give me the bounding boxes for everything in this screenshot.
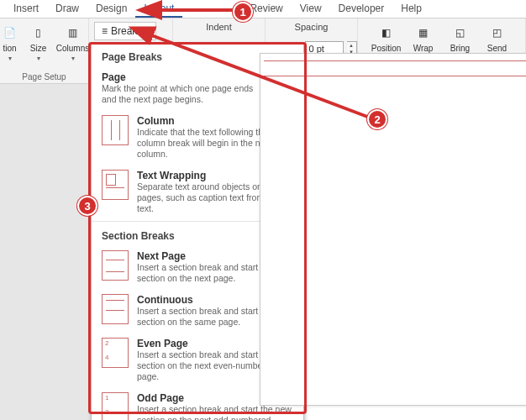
menu-item-page-break[interactable]: Page Mark the point at which one page en… xyxy=(92,66,303,110)
orientation-icon: 📄 xyxy=(1,24,19,42)
menu-tabs: Insert Draw Design Layout Review View De… xyxy=(0,0,526,18)
chevron-down-icon: ▾ xyxy=(37,55,40,62)
odd-page-icon xyxy=(102,392,129,420)
breaks-icon: ≡ xyxy=(102,25,108,37)
position-icon: ◧ xyxy=(377,24,396,42)
wrap-text-icon: ▦ xyxy=(414,24,433,42)
annotation-3: 3 xyxy=(77,196,97,216)
columns-button[interactable]: ▥ Columns ▾ xyxy=(56,22,90,64)
text-wrapping-break-icon xyxy=(102,170,129,200)
annotation-1: 1 xyxy=(233,2,253,22)
tab-hidden-1[interactable] xyxy=(182,0,224,18)
chevron-down-icon: ▾ xyxy=(145,28,149,35)
bring-forward-icon: ◱ xyxy=(451,24,470,42)
tab-draw[interactable]: Draw xyxy=(47,0,87,18)
annotation-2: 2 xyxy=(367,109,387,129)
size-button[interactable]: ▯ Size ▾ xyxy=(26,22,51,64)
tab-developer[interactable]: Developer xyxy=(330,0,393,18)
chevron-down-icon: ▾ xyxy=(71,55,75,62)
group-page-setup: 📄 tion ▾ ▯ Size ▾ ▥ Columns ▾ Page Setup xyxy=(0,18,89,83)
tab-design[interactable]: Design xyxy=(87,0,135,18)
tab-insert[interactable]: Insert xyxy=(5,0,47,18)
send-backward-icon: ◰ xyxy=(488,24,507,42)
tab-view[interactable]: View xyxy=(292,0,330,18)
even-page-icon xyxy=(102,338,129,368)
continuous-icon xyxy=(102,294,129,324)
page-break-icon xyxy=(260,53,526,406)
column-break-icon xyxy=(102,115,129,145)
chevron-down-icon: ▾ xyxy=(8,55,12,62)
tab-help[interactable]: Help xyxy=(392,0,430,18)
tab-layout[interactable]: Layout xyxy=(135,0,182,18)
breaks-dropdown: Page Breaks Page Mark the point at which… xyxy=(91,44,304,420)
columns-icon: ▥ xyxy=(64,24,82,42)
orientation-button[interactable]: 📄 tion ▾ xyxy=(0,22,21,64)
page-size-icon: ▯ xyxy=(29,24,48,42)
next-page-icon xyxy=(102,250,129,281)
breaks-button[interactable]: ≡ Breaks ▾ xyxy=(94,22,156,40)
